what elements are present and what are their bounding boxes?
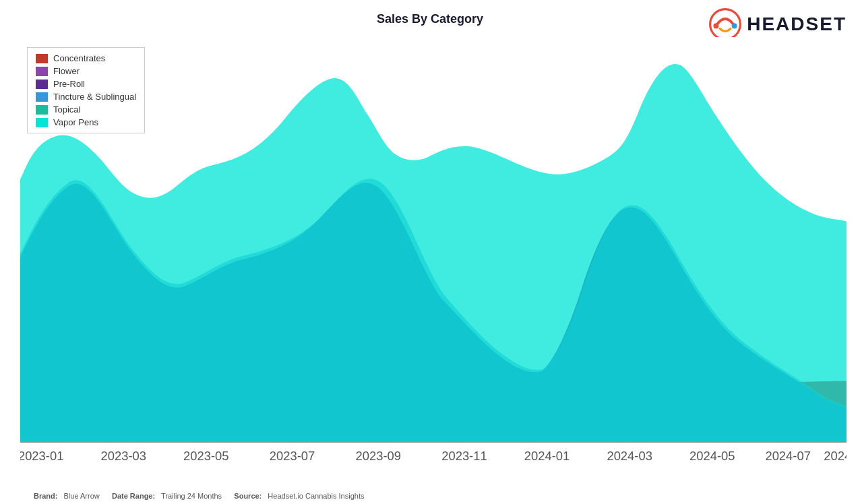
legend-swatch <box>36 118 48 127</box>
svg-text:2023-05: 2023-05 <box>183 448 228 462</box>
legend-label: Topical <box>53 104 80 115</box>
svg-text:2024-01: 2024-01 <box>524 448 570 462</box>
legend-label: Vapor Pens <box>53 117 98 127</box>
legend-label: Tincture & Sublingual <box>53 92 136 102</box>
chart-legend: ConcentratesFlowerPre-RollTincture & Sub… <box>27 47 145 133</box>
legend-item: Tincture & Sublingual <box>36 92 136 102</box>
svg-text:2023-07: 2023-07 <box>270 448 315 462</box>
headset-logo-icon <box>709 8 741 40</box>
source-value: Headset.io Cannabis Insights <box>268 492 364 500</box>
legend-item: Concentrates <box>36 53 136 63</box>
svg-text:2024-03: 2024-03 <box>607 448 652 462</box>
legend-swatch <box>36 54 48 63</box>
svg-text:2024-09: 2024-09 <box>824 448 847 462</box>
logo-text: HEADSET <box>747 13 847 35</box>
date-label: Date Range: <box>112 492 155 500</box>
svg-text:2024-07: 2024-07 <box>765 448 810 462</box>
legend-swatch <box>36 92 48 102</box>
svg-text:2024-05: 2024-05 <box>689 448 735 462</box>
svg-text:2023-11: 2023-11 <box>441 448 487 462</box>
legend-label: Concentrates <box>53 53 105 63</box>
brand-value: Blue Arrow <box>64 492 100 500</box>
legend-swatch <box>36 67 48 76</box>
legend-swatch <box>36 105 48 115</box>
date-value: Trailing 24 Months <box>161 492 222 500</box>
legend-item: Vapor Pens <box>36 117 136 127</box>
source-label: Source: <box>234 492 262 500</box>
legend-item: Topical <box>36 104 136 115</box>
svg-text:2023-03: 2023-03 <box>101 448 146 462</box>
svg-text:2023-01: 2023-01 <box>20 448 63 462</box>
brand-label: Brand: <box>34 492 57 500</box>
legend-swatch <box>36 80 48 89</box>
legend-item: Pre-Roll <box>36 79 136 89</box>
chart-footer: Brand: Blue Arrow Date Range: Trailing 2… <box>34 492 368 500</box>
header-logo: HEADSET <box>709 8 847 40</box>
legend-label: Flower <box>53 66 80 76</box>
svg-point-2 <box>732 23 737 28</box>
legend-label: Pre-Roll <box>53 79 85 89</box>
svg-text:2023-09: 2023-09 <box>356 448 401 462</box>
legend-item: Flower <box>36 66 136 76</box>
svg-point-1 <box>714 23 719 28</box>
